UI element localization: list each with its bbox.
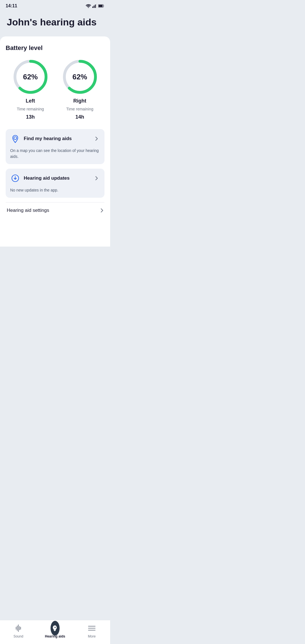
- battery-right: 62% Right Time remaining 14h: [62, 58, 98, 120]
- settings-chevron-icon: [101, 208, 103, 213]
- page-header: John's hearing aids: [0, 11, 110, 36]
- find-card-header[interactable]: Find my hearing aids: [6, 129, 104, 148]
- battery-label-left: Left: [26, 98, 35, 104]
- status-bar: 14:11: [0, 0, 110, 11]
- find-card-title: Find my hearing aids: [24, 136, 72, 142]
- svg-rect-5: [99, 5, 103, 7]
- battery-left: 62% Left Time remaining 13h: [12, 58, 49, 120]
- page-title: John's hearing aids: [7, 16, 103, 28]
- svg-rect-0: [92, 6, 93, 8]
- find-card-body: On a map you can see the location of you…: [6, 148, 104, 164]
- battery-label-right: Right: [73, 98, 86, 104]
- location-pin-icon: [10, 134, 20, 144]
- battery-percent-left: 62%: [23, 72, 38, 81]
- wifi-icon: [86, 4, 91, 8]
- updates-card-title: Hearing aid updates: [24, 175, 69, 181]
- battery-icon: [98, 4, 104, 8]
- battery-time-right: 14h: [75, 114, 84, 120]
- battery-row: 62% Left Time remaining 13h 62% Right Ti…: [6, 58, 104, 120]
- status-icons: [86, 4, 104, 8]
- battery-remaining-right: Time remaining: [66, 107, 93, 111]
- battery-percent-right: 62%: [72, 72, 87, 81]
- signal-icon: [92, 4, 97, 8]
- download-icon: [10, 173, 20, 183]
- settings-row[interactable]: Hearing aid settings: [6, 202, 104, 218]
- find-card-chevron: [93, 135, 100, 142]
- hearing-updates-card[interactable]: Hearing aid updates No new updates in th…: [6, 169, 104, 198]
- updates-card-header[interactable]: Hearing aid updates: [6, 169, 104, 187]
- status-time: 14:11: [6, 3, 17, 8]
- updates-card-chevron: [93, 175, 100, 182]
- updates-card-body: No new updates in the app.: [6, 187, 104, 198]
- svg-rect-3: [96, 4, 97, 8]
- main-card: Battery level 62% Left Time remaining 13…: [0, 36, 110, 247]
- settings-row-label: Hearing aid settings: [7, 208, 49, 213]
- svg-rect-2: [95, 5, 96, 8]
- battery-section-title: Battery level: [6, 44, 104, 52]
- find-hearing-aids-card[interactable]: Find my hearing aids On a map you can se…: [6, 129, 104, 164]
- svg-rect-1: [94, 6, 95, 8]
- svg-point-10: [14, 137, 17, 140]
- battery-time-left: 13h: [26, 114, 35, 120]
- battery-ring-left: 62%: [12, 58, 49, 95]
- battery-remaining-left: Time remaining: [17, 107, 44, 111]
- battery-ring-right: 62%: [62, 58, 98, 95]
